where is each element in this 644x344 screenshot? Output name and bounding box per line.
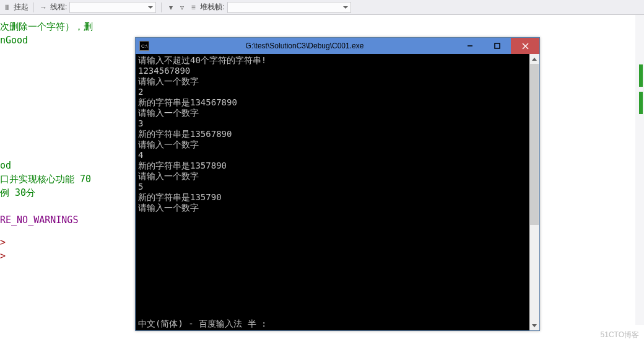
maximize-icon xyxy=(494,43,500,49)
minimize-button[interactable] xyxy=(456,38,484,54)
app-icon: C:\ xyxy=(139,41,149,51)
scroll-down-button[interactable] xyxy=(529,320,539,330)
thread-dropdown[interactable] xyxy=(69,2,156,13)
console-line: 请输入不超过40个字符的字符串! xyxy=(138,55,537,66)
watermark: 51CTO博客 xyxy=(601,330,639,340)
console-line: 新的字符串是134567890 xyxy=(138,97,537,108)
console-line: 5 xyxy=(138,182,537,192)
arrow-icon[interactable]: → xyxy=(39,3,48,12)
console-titlebar[interactable]: C:\ G:\test\SolutionC3\Debug\C001.exe xyxy=(136,38,539,54)
stack-icon[interactable]: ≡ xyxy=(189,3,198,12)
console-window: C:\ G:\test\SolutionC3\Debug\C001.exe 请输… xyxy=(135,37,540,331)
console-line: 请输入一个数字 xyxy=(138,108,537,118)
ime-status: 中文(简体) - 百度输入法 半 : xyxy=(138,319,266,329)
console-line: 请输入一个数字 xyxy=(138,171,537,182)
chevron-down-icon xyxy=(532,324,537,327)
window-controls xyxy=(456,38,539,54)
separator xyxy=(33,2,34,12)
console-line: 3 xyxy=(138,118,537,129)
console-line: 1234567890 xyxy=(138,66,537,76)
scroll-up-button[interactable] xyxy=(529,54,539,64)
pause-icon[interactable]: ⏸ xyxy=(2,3,11,12)
console-line: 新的字符串是13567890 xyxy=(138,129,537,139)
console-line: 新的字符串是1357890 xyxy=(138,161,537,171)
stack-dropdown[interactable] xyxy=(227,2,351,13)
flag-icon[interactable]: ▾ xyxy=(167,3,175,12)
console-line: 请输入一个数字 xyxy=(138,139,537,150)
bookmark-icon[interactable]: ▿ xyxy=(178,3,186,12)
close-icon xyxy=(522,43,529,50)
console-line: 4 xyxy=(138,150,537,161)
maximize-button[interactable] xyxy=(484,38,511,54)
console-line: 请输入一个数字 xyxy=(138,76,537,87)
chevron-down-icon xyxy=(148,6,153,9)
console-scrollbar[interactable] xyxy=(529,54,539,330)
separator xyxy=(161,2,162,12)
window-title: G:\test\SolutionC3\Debug\C001.exe xyxy=(153,42,456,50)
console-line: 请输入一个数字 xyxy=(138,203,537,213)
console-line: 新的字符串是135790 xyxy=(138,192,537,203)
code-line: 次删除一个字符），删 xyxy=(0,20,644,33)
svg-rect-1 xyxy=(495,43,500,48)
pause-label: 挂起 xyxy=(14,2,28,12)
chevron-down-icon xyxy=(343,6,348,9)
console-line: 2 xyxy=(138,87,537,97)
minimize-icon xyxy=(467,43,473,49)
debug-toolbar: ⏸ 挂起 → 线程: ▾ ▿ ≡ 堆栈帧: xyxy=(0,0,644,15)
close-button[interactable] xyxy=(511,38,539,54)
stack-label: 堆栈帧: xyxy=(200,2,224,12)
thread-label: 线程: xyxy=(50,2,67,12)
chevron-up-icon xyxy=(532,58,537,61)
scrollbar-thumb[interactable] xyxy=(530,64,539,225)
console-output[interactable]: 请输入不超过40个字符的字符串! 1234567890 请输入一个数字 2 新的… xyxy=(136,54,539,330)
